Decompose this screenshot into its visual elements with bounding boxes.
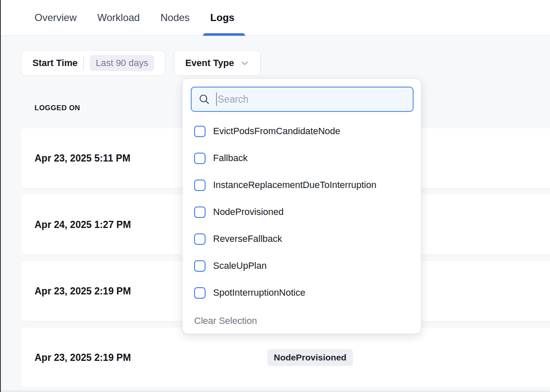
checkbox[interactable] [194, 260, 206, 272]
option-label: SpotInterruptionNotice [213, 287, 305, 298]
text-cursor [216, 93, 217, 106]
checkbox[interactable] [194, 126, 206, 137]
event-type-options: EvictPodsFromCandidateNode Fallback Inst… [183, 118, 421, 306]
event-type-filter[interactable]: Event Type [174, 50, 261, 76]
option-instancereplacementduetointerruption[interactable]: InstanceReplacementDueToInterruption [183, 172, 421, 199]
dropdown-search[interactable] [191, 87, 414, 112]
logged-on-cell: Apr 24, 2025 1:27 PM [35, 219, 131, 230]
event-type-label: Event Type [185, 58, 234, 69]
tab-nodes[interactable]: Nodes [160, 10, 190, 25]
event-type-dropdown: EvictPodsFromCandidateNode Fallback Inst… [182, 79, 421, 334]
clear-selection-button[interactable]: Clear Selection [194, 315, 257, 326]
filter-divider [83, 57, 84, 69]
tab-logs-label: Logs [210, 12, 234, 23]
option-spotinterruptionnotice[interactable]: SpotInterruptionNotice [183, 279, 421, 306]
logged-on-cell: Apr 23, 2025 2:19 PM [35, 352, 131, 363]
checkbox[interactable] [194, 207, 206, 218]
option-scaleupplan[interactable]: ScaleUpPlan [183, 252, 421, 279]
option-fallback[interactable]: Fallback [183, 145, 421, 172]
tab-nav: Overview Workload Nodes Logs [0, 0, 550, 35]
logged-on-cell: Apr 23, 2025 2:19 PM [35, 286, 131, 297]
table-row[interactable]: Apr 23, 2025 2:19 PM NodeProvisioned [21, 328, 550, 387]
event-type-badge: NodeProvisioned [267, 349, 353, 366]
filter-bar: Start Time Last 90 days Event Type [21, 50, 261, 76]
option-label: Fallback [213, 153, 248, 164]
tab-logs[interactable]: Logs [210, 10, 234, 25]
option-reversefallback[interactable]: ReverseFallback [183, 225, 421, 252]
chevron-down-icon [240, 58, 249, 68]
start-time-value: Last 90 days [90, 55, 154, 71]
search-icon [198, 93, 210, 105]
checkbox[interactable] [194, 180, 206, 191]
option-label: ReverseFallback [213, 233, 282, 244]
search-input[interactable] [218, 94, 399, 105]
active-tab-indicator [203, 33, 245, 36]
option-label: EvictPodsFromCandidateNode [213, 126, 340, 137]
bottom-divider [0, 390, 550, 392]
column-header-logged-on: LOGGED ON [35, 104, 80, 112]
checkbox[interactable] [194, 153, 206, 164]
option-label: InstanceReplacementDueToInterruption [213, 180, 376, 191]
checkbox[interactable] [194, 233, 206, 245]
option-label: NodeProvisioned [213, 207, 284, 217]
option-label: ScaleUpPlan [213, 260, 267, 271]
checkbox[interactable] [194, 287, 206, 299]
tab-overview[interactable]: Overview [35, 10, 77, 25]
window-left-edge [0, 0, 1, 392]
tab-workload[interactable]: Workload [97, 10, 140, 25]
logged-on-cell: Apr 23, 2025 5:11 PM [35, 153, 131, 164]
tab-bar: Overview Workload Nodes Logs [0, 0, 550, 36]
start-time-label: Start Time [32, 58, 77, 69]
start-time-filter[interactable]: Start Time Last 90 days [21, 50, 166, 76]
option-evictpodsfromcandidatenode[interactable]: EvictPodsFromCandidateNode [183, 118, 421, 145]
option-nodeprovisioned[interactable]: NodeProvisioned [183, 199, 421, 225]
